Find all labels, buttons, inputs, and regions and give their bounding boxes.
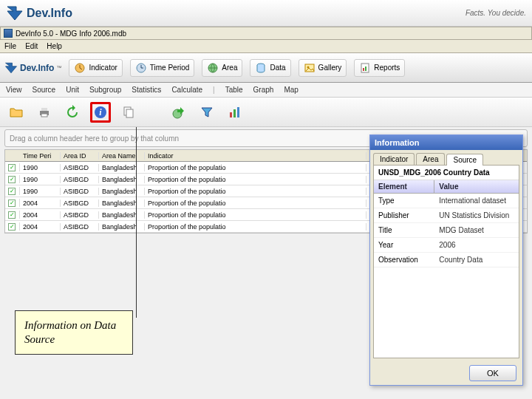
submenu-graph[interactable]: Graph [253, 86, 274, 94]
col-area-id[interactable]: Area ID [61, 152, 99, 160]
svg-rect-11 [41, 114, 47, 117]
checkbox-icon[interactable]: ✓ [8, 176, 16, 183]
svg-rect-8 [365, 66, 366, 71]
col-time-period[interactable]: Time Peri [20, 152, 61, 160]
cell-area-id: ASIBGD [61, 164, 99, 171]
tool-information[interactable]: i [90, 102, 111, 123]
source-row: PublisherUN Statistics Division [374, 208, 519, 223]
ok-button[interactable]: OK [469, 365, 516, 381]
tab-source[interactable]: Source [446, 154, 483, 166]
checkbox-icon[interactable]: ✓ [8, 223, 16, 231]
cell-time: 1990 [20, 188, 61, 195]
cell-area-id: ASIBGD [61, 200, 99, 207]
submenu-source[interactable]: Source [33, 86, 56, 94]
col-value: Value [434, 180, 519, 193]
col-element: Element [374, 180, 434, 193]
cell-area-name: Bangladesh [99, 188, 145, 195]
nav-time-period[interactable]: Time Period [130, 59, 195, 77]
tool-refresh[interactable] [62, 102, 83, 123]
refresh-icon [65, 105, 80, 120]
cell-indicator: Proportion of the populatio [145, 176, 366, 183]
tool-chart[interactable] [225, 102, 245, 123]
globe-icon [207, 62, 219, 74]
brand-logo: Dev.Info [6, 4, 72, 22]
source-columns: Element Value [374, 180, 519, 194]
indicator-icon [74, 62, 86, 74]
source-value: International dataset [434, 194, 519, 208]
nav-indicator[interactable]: Indicator [69, 59, 122, 77]
printer-icon [37, 105, 52, 120]
nav-brand-name: Dev.Info [20, 63, 54, 73]
col-area-name[interactable]: Area Name [99, 152, 145, 160]
submenu-map[interactable]: Map [284, 86, 298, 94]
cell-time: 2004 [20, 223, 61, 231]
nav-logo: Dev.Info ™ [4, 61, 61, 75]
submenu-calculate[interactable]: Calculate [171, 86, 202, 94]
checkbox-icon[interactable]: ✓ [8, 211, 16, 219]
app-icon [4, 29, 13, 38]
tab-indicator[interactable]: Indicator [373, 153, 415, 165]
export-icon [171, 105, 186, 120]
submenu-statistics[interactable]: Statistics [132, 86, 161, 94]
trademark: ™ [56, 65, 61, 70]
checkbox-icon[interactable]: ✓ [8, 200, 16, 207]
menu-file[interactable]: File [4, 42, 16, 50]
cell-area-name: Bangladesh [99, 211, 145, 219]
cell-indicator: Proportion of the populatio [145, 164, 366, 171]
nav-area[interactable]: Area [202, 59, 242, 77]
reports-icon [359, 62, 371, 74]
svg-rect-17 [230, 112, 232, 117]
copy-icon [121, 105, 136, 120]
nav-reports[interactable]: Reports [354, 59, 405, 77]
dialog-title: Information [370, 135, 522, 150]
cell-area-name: Bangladesh [99, 164, 145, 171]
nav-gallery[interactable]: Gallery [299, 59, 347, 77]
annotation-callout: Information on Data Source [15, 310, 133, 355]
tool-open[interactable] [6, 102, 27, 123]
submenu-subgroup[interactable]: Subgroup [89, 86, 121, 94]
checkbox-icon[interactable]: ✓ [8, 188, 16, 195]
source-value: MDG Dataset [434, 223, 519, 237]
tool-filter[interactable] [197, 102, 217, 123]
brand-header: Dev.Info Facts. You decide. [0, 0, 532, 27]
submenu-view[interactable]: View [6, 86, 22, 94]
submenu-table[interactable]: Table [225, 86, 243, 94]
funnel-icon [200, 105, 214, 120]
cell-time: 2004 [20, 200, 61, 207]
tool-copy[interactable] [118, 102, 139, 123]
menu-help[interactable]: Help [47, 42, 62, 50]
clock-icon [135, 62, 147, 74]
source-row: Year2006 [374, 238, 519, 253]
submenu-unit[interactable]: Unit [66, 86, 79, 94]
svg-rect-7 [363, 68, 364, 71]
col-indicator[interactable]: Indicator [145, 152, 366, 160]
source-row: TypeInternational dataset [374, 194, 519, 208]
brand-name: Dev.Info [27, 7, 72, 20]
info-icon: i [93, 105, 108, 120]
tab-area[interactable]: Area [416, 153, 445, 165]
source-value: 2006 [434, 238, 519, 252]
menu-edit[interactable]: Edit [25, 42, 38, 50]
window-titlebar: DevInfo 5.0 - MDG Info 2006.mdb [0, 27, 532, 40]
cell-time: 1990 [20, 176, 61, 183]
tool-export[interactable] [168, 102, 189, 123]
brand-tagline: Facts. You decide. [466, 9, 526, 17]
cell-area-id: ASIBGD [61, 223, 99, 231]
source-element: Publisher [374, 208, 434, 222]
menu-bar: File Edit Help [0, 40, 532, 53]
checkbox-icon[interactable]: ✓ [8, 164, 16, 171]
chart-icon [228, 105, 242, 120]
submenu-divider: | [213, 86, 215, 94]
nav-bar: Dev.Info ™ Indicator Time Period Area Da… [0, 53, 532, 83]
source-row: TitleMDG Dataset [374, 223, 519, 238]
information-dialog: Information Indicator Area Source UNSD_M… [369, 134, 523, 386]
dialog-body: UNSD_MDG_2006 Country Data Element Value… [373, 165, 519, 358]
nav-data[interactable]: Data [250, 59, 290, 77]
devinfo-arrow-icon [6, 4, 24, 22]
cell-indicator: Proportion of the populatio [145, 211, 366, 219]
source-element: Observation [374, 253, 434, 267]
cell-time: 2004 [20, 211, 61, 219]
cell-area-name: Bangladesh [99, 176, 145, 183]
cell-time: 1990 [20, 164, 61, 171]
tool-print[interactable] [34, 102, 55, 123]
